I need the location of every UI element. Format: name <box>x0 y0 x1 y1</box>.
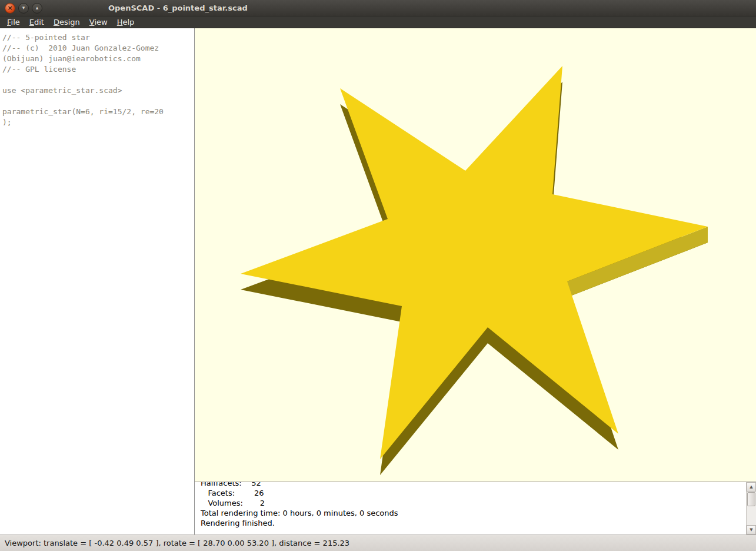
close-button[interactable]: × <box>5 3 15 14</box>
console-scrollbar[interactable]: ▲ ▼ <box>746 482 756 535</box>
right-column: Halffacets: 52 Facets: 26 Volumes: 2 Tot… <box>195 28 756 535</box>
code-line: ); <box>2 117 192 128</box>
console-line: Total rendering time: 0 hours, 0 minutes… <box>201 508 746 518</box>
console-log: Halffacets: 52 Facets: 26 Volumes: 2 Tot… <box>195 482 746 535</box>
code-line <box>2 75 192 85</box>
openscad-window: × ▾ ▴ OpenSCAD - 6_pointed_star.scad Fil… <box>0 0 756 551</box>
menu-file[interactable]: File <box>2 17 25 27</box>
console-line: Rendering finished. <box>201 518 746 528</box>
scroll-down-icon[interactable]: ▼ <box>747 525 756 535</box>
viewport-3d[interactable] <box>195 28 756 482</box>
console-line: Facets: 26 <box>201 488 746 498</box>
code-editor[interactable]: //-- 5-pointed star //-- (c) 2010 Juan G… <box>0 28 195 535</box>
code-line: parametric_star(N=6, ri=15/2, re=20 <box>2 107 192 117</box>
code-line: //-- GPL license <box>2 64 192 75</box>
scroll-up-icon[interactable]: ▲ <box>747 482 756 492</box>
code-line <box>2 96 192 107</box>
window-title: OpenSCAD - 6_pointed_star.scad <box>108 4 248 12</box>
status-bar: Viewport: translate = [ -0.42 0.49 0.57 … <box>0 535 756 551</box>
menu-edit[interactable]: Edit <box>25 17 49 27</box>
menubar: File Edit Design View Help <box>0 16 756 28</box>
window-controls: × ▾ ▴ <box>5 3 42 14</box>
titlebar: × ▾ ▴ OpenSCAD - 6_pointed_star.scad <box>0 0 756 16</box>
menu-view[interactable]: View <box>85 17 112 27</box>
viewport-status-text: Viewport: translate = [ -0.42 0.49 0.57 … <box>5 539 349 547</box>
code-line: use <parametric_star.scad> <box>2 85 192 96</box>
main-area: //-- 5-pointed star //-- (c) 2010 Juan G… <box>0 28 756 535</box>
scrollbar-track[interactable] <box>747 507 756 525</box>
scrollbar-thumb[interactable] <box>747 492 755 506</box>
code-line: (Obijuan) juan@iearobotics.com <box>2 54 192 64</box>
menu-help[interactable]: Help <box>112 17 139 27</box>
star-model <box>195 28 756 482</box>
console-line: Halffacets: 52 <box>201 482 746 488</box>
code-line: //-- 5-pointed star <box>2 32 192 43</box>
menu-design[interactable]: Design <box>49 17 85 27</box>
minimize-button[interactable]: ▾ <box>18 3 29 14</box>
console-line: Volumes: 2 <box>201 498 746 508</box>
maximize-button[interactable]: ▴ <box>32 3 42 14</box>
console-panel: Halffacets: 52 Facets: 26 Volumes: 2 Tot… <box>195 482 756 535</box>
code-line: //-- (c) 2010 Juan Gonzalez-Gomez <box>2 43 192 54</box>
